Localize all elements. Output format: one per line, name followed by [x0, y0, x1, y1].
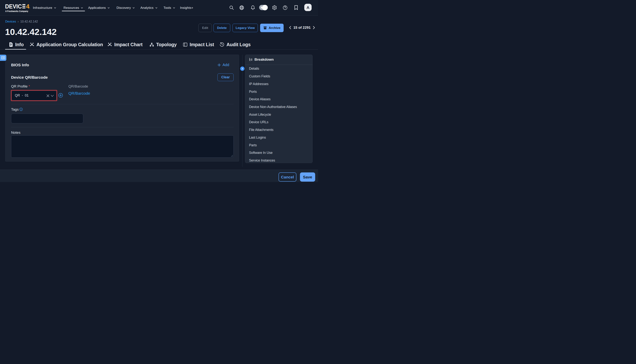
svg-text:42: 42 [26, 4, 30, 10]
svg-text:A Freshworks Company: A Freshworks Company [5, 10, 28, 12]
svg-text:DEVIC: DEVIC [5, 4, 22, 10]
